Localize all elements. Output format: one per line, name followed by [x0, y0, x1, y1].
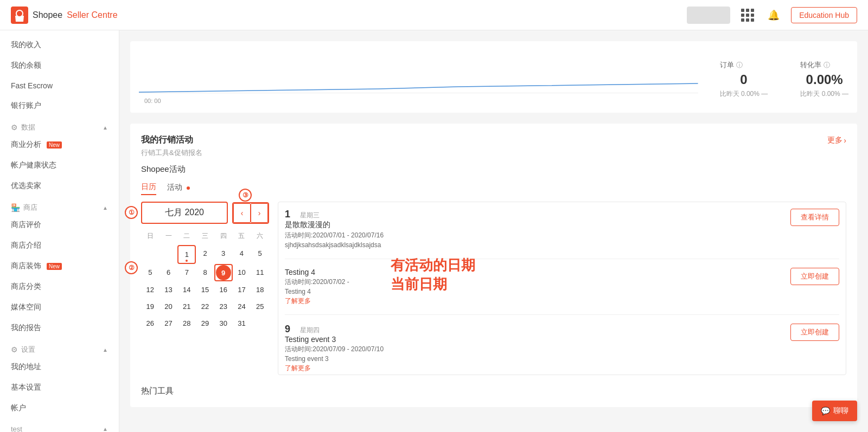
header-right: 🔔 Education Hub	[687, 7, 857, 24]
event-desc-1: sjhdjksahsdsakjsadklsajdklsajdsa	[285, 241, 790, 249]
cal-day-7[interactable]: 7	[177, 264, 196, 281]
cal-day-20[interactable]: 20	[159, 298, 178, 315]
event-time-2: 活动时间:2020/07/02 -	[285, 278, 790, 287]
sidebar-item-address[interactable]: 我的地址	[0, 357, 119, 377]
sidebar-item-account[interactable]: 帐户	[0, 398, 119, 418]
header-left: Shopee Seller Centre	[11, 7, 118, 24]
event-detail-btn-1[interactable]: 查看详情	[790, 209, 839, 226]
sidebar-item-preferred[interactable]: 优选卖家	[0, 176, 119, 196]
cal-day-17[interactable]: 17	[233, 281, 251, 298]
cal-day-15[interactable]: 15	[196, 281, 214, 298]
chevron-up-icon-2: ▲	[103, 205, 108, 211]
marketing-subtitle: 行销工具&促销报名	[141, 148, 846, 158]
cal-day-3[interactable]: 3	[214, 245, 233, 264]
shopee-logo: Shopee Seller Centre	[11, 7, 118, 24]
grid-icon[interactable]	[739, 7, 756, 24]
marketing-card: 我的行销活动 更多 › 行销工具&促销报名 Shopee活动 日历 活动	[130, 124, 857, 407]
tab-calendar[interactable]: 日历	[141, 180, 156, 195]
calendar-days-wrapper: ② 1	[141, 245, 269, 332]
event-title-3: Testing event 3	[285, 335, 790, 344]
annotation-3: ③	[239, 189, 252, 202]
sidebar-item-category[interactable]: 商店分类	[0, 276, 119, 297]
cal-day-1[interactable]: 1	[177, 245, 196, 264]
annotation-1: ①	[125, 206, 138, 219]
calendar-container: ① ③ 七月 2020 ‹ ›	[141, 202, 269, 375]
event-link-3[interactable]: 了解更多	[285, 364, 790, 373]
tab-activity[interactable]: 活动	[167, 180, 190, 195]
cal-day-29[interactable]: 29	[196, 315, 214, 332]
calendar-events-layout: ① ③ 七月 2020 ‹ ›	[141, 202, 846, 375]
sidebar-item-fast-escrow[interactable]: Fast Escrow	[0, 76, 119, 95]
cal-day-26[interactable]: 26	[141, 315, 159, 332]
chat-button[interactable]: 💬 聊聊	[812, 401, 857, 421]
chart-area	[139, 50, 698, 93]
sidebar-section-settings: ⚙ 设置 ▲	[0, 338, 119, 357]
events-panel[interactable]: 1 星期三 是散散漫漫的 活动时间:2020/07/01 - 2020/07/1…	[278, 202, 846, 375]
calendar-nav: 七月 2020 ‹ ›	[141, 202, 269, 224]
sidebar-item-balance[interactable]: 我的余额	[0, 55, 119, 76]
event-title-1: 是散散漫漫的	[285, 220, 790, 230]
cal-day-21[interactable]: 21	[177, 298, 196, 315]
cal-day-22[interactable]: 22	[196, 298, 214, 315]
sidebar-item-intro[interactable]: 商店介绍	[0, 235, 119, 256]
sidebar-item-business[interactable]: 商业分析 New	[0, 134, 119, 155]
cal-day-24[interactable]: 24	[233, 298, 251, 315]
sidebar-item-basic[interactable]: 基本设置	[0, 377, 119, 398]
event-time-3: 活动时间:2020/07/09 - 2020/07/10	[285, 345, 790, 354]
sidebar-item-reviews[interactable]: 商店评价	[0, 215, 119, 235]
sidebar-item-report[interactable]: 我的报告	[0, 318, 119, 338]
cal-day-31[interactable]: 31	[233, 315, 251, 332]
cal-day-14[interactable]: 14	[177, 281, 196, 298]
event-create-btn-2[interactable]: 立即创建	[790, 268, 839, 285]
cal-day-2[interactable]: 2	[196, 245, 214, 264]
sidebar-item-decor[interactable]: 商店装饰 New	[0, 256, 119, 276]
cal-day-16[interactable]: 16	[214, 281, 233, 298]
cal-day-25[interactable]: 25	[251, 298, 269, 315]
chart-time-label: 00: 00	[139, 98, 698, 104]
cal-day-4[interactable]: 4	[233, 245, 251, 264]
cal-day-23[interactable]: 23	[214, 298, 233, 315]
event-time-1: 活动时间:2020/07/01 - 2020/07/16	[285, 231, 790, 240]
cal-day-30[interactable]: 30	[214, 315, 233, 332]
annotation-2: ②	[125, 261, 138, 274]
event-daylabel-1: 星期三	[300, 211, 320, 220]
sidebar-section-data: ⚙ 数据 ▲	[0, 116, 119, 134]
cal-day-5b[interactable]: 5	[141, 264, 159, 281]
marketing-title: 我的行销活动	[141, 134, 193, 146]
cal-day-10[interactable]: 10	[233, 264, 251, 281]
calendar-days: 1 2 3 4 5 5 6 7 8	[141, 245, 269, 332]
cal-day-5[interactable]: 5	[251, 245, 269, 264]
sidebar-item-media[interactable]: 媒体空间	[0, 297, 119, 318]
cal-day-27[interactable]: 27	[159, 315, 178, 332]
event-item-1: 1 星期三 是散散漫漫的 活动时间:2020/07/01 - 2020/07/1…	[285, 209, 839, 259]
bell-icon[interactable]: 🔔	[765, 7, 782, 24]
event-item-2: Testing 4 活动时间:2020/07/02 - Testing 4 了解…	[285, 268, 839, 315]
stat-conversion: 转化率 ⓘ 0.00% 比昨天 0.00% —	[800, 60, 848, 99]
event-desc-2: Testing 4	[285, 288, 790, 295]
cal-day-6[interactable]: 6	[159, 264, 178, 281]
cal-day-18[interactable]: 18	[251, 281, 269, 298]
event-link-2[interactable]: 了解更多	[285, 296, 790, 306]
sidebar-item-income[interactable]: 我的收入	[0, 35, 119, 55]
chevron-up-icon: ▲	[103, 125, 108, 131]
calendar-arrow-group: ‹ ›	[232, 202, 269, 224]
cal-day-8[interactable]: 8	[196, 264, 214, 281]
avatar	[687, 7, 730, 24]
seller-centre-label: Seller Centre	[67, 10, 117, 20]
cal-day-9-wrapper: 9	[214, 264, 233, 281]
cal-day-12[interactable]: 12	[141, 281, 159, 298]
calendar-arrows: ‹ ›	[232, 202, 269, 224]
sidebar-item-bank[interactable]: 银行账户	[0, 95, 119, 116]
education-hub-button[interactable]: Education Hub	[791, 7, 857, 23]
chart-card: 00: 00 订单 ⓘ 0 比昨天 0.00% — 转化率	[130, 41, 857, 113]
calendar-prev-button[interactable]: ‹	[233, 203, 251, 223]
cal-day-28[interactable]: 28	[177, 315, 196, 332]
cal-day-13[interactable]: 13	[159, 281, 178, 298]
cal-day-9-today[interactable]: 9	[216, 265, 231, 280]
calendar-next-button[interactable]: ›	[251, 203, 268, 223]
more-link[interactable]: 更多 ›	[827, 136, 846, 145]
sidebar-item-health[interactable]: 帐户健康状态	[0, 155, 119, 176]
cal-day-11[interactable]: 11	[251, 264, 269, 281]
event-create-btn-3[interactable]: 立即创建	[790, 324, 839, 341]
cal-day-19[interactable]: 19	[141, 298, 159, 315]
